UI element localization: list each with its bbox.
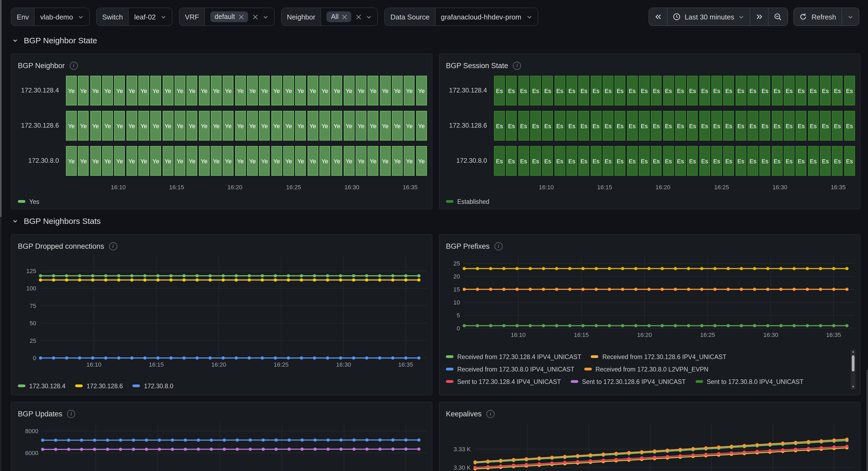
state-cell-label: Es [689,158,696,164]
dashboard-controls: Env vlab-demo Switch leaf-02 VRF default [11,8,859,25]
state-cell: Ye [296,111,306,141]
legend-item[interactable]: Sent to 172.30.8.0 IPV4_UNICAST [695,378,803,385]
state-cell: Ye [211,76,222,106]
scrollbar-track[interactable] [851,354,856,384]
legend-item[interactable]: Yes [18,198,39,205]
variable-env-value[interactable]: vlab-demo [35,8,89,25]
legend-item[interactable]: Established [446,198,489,205]
variable-datasource[interactable]: Data Source grafanacloud-hhdev-prom [384,7,538,26]
legend-item[interactable]: 172.30.8.0 [133,383,174,389]
section-bgp-neighbor-state[interactable]: BGP Neighbor State [12,36,97,45]
state-cell-label: Es [544,87,551,94]
clear-selection-icon[interactable] [253,14,257,19]
info-icon[interactable] [495,242,503,250]
variable-vrf[interactable]: VRF default [179,7,274,26]
variable-neighbor-value[interactable]: All [321,8,377,25]
chart-canvas: 6000800016:1016:1516:2016:2516:3016:35 [16,421,428,471]
state-cell: Es [554,146,565,176]
time-shift-back-button[interactable] [649,8,667,25]
state-cell-label: Ye [68,122,75,129]
info-icon[interactable] [513,61,521,69]
scrollbar-thumb[interactable] [852,355,855,372]
state-cell-label: Ye [201,87,208,94]
info-icon[interactable] [487,410,495,418]
panel-title[interactable]: BGP Neighbor [18,61,65,69]
info-icon[interactable] [67,410,75,418]
variable-switch-value[interactable]: leaf-02 [129,8,172,25]
scroll-up-icon[interactable]: ▲ [851,349,855,354]
state-cell-label: Ye [189,158,195,164]
panel-title[interactable]: BGP Prefixes [446,242,490,250]
state-cell: Es [699,146,710,176]
neighbor-tag-all[interactable]: All [327,11,351,22]
page-scrollbar-thumb[interactable] [866,370,868,471]
panel-title[interactable]: Keepalives [446,410,482,418]
clear-selection-icon[interactable] [356,14,361,19]
time-shift-forward-button[interactable] [750,8,769,25]
state-cell-label: Es [785,122,793,129]
legend-scrollbar[interactable]: ▲ ▼ [851,349,856,389]
panel-title[interactable]: BGP Session State [446,61,508,69]
legend-item[interactable]: Received from 172.30.128.6 IPV4_UNICAST [591,353,726,360]
state-cell-label: Es [785,87,793,94]
panel-title[interactable]: BGP Dropped connections [18,242,104,250]
state-cell: Ye [126,146,137,176]
state-cell-label: Es [508,158,515,164]
variable-datasource-value[interactable]: grafanacloud-hhdev-prom [435,8,537,25]
chevron-down-icon [739,14,744,20]
state-cell-label: Es [641,87,648,94]
legend-item[interactable]: Sent to 172.30.128.4 IPV4_UNICAST [446,378,561,385]
legend-row: Established [446,195,854,208]
legend-row: Received from 172.30.8.0 IPV4_UNICASTRec… [446,363,854,375]
legend-item[interactable]: Sent to 172.30.128.6 IPV4_UNICAST [571,378,686,385]
info-icon[interactable] [109,242,117,250]
state-cell: Es [615,76,626,106]
variable-switch-selected: leaf-02 [134,13,156,21]
legend-item[interactable]: Received from 172.30.8.0 L2VPN_EVPN [584,366,708,372]
state-cell-label: Ye [177,87,184,94]
remove-tag-icon[interactable] [342,14,347,19]
y-axis-label: 75 [30,302,36,309]
state-cell-label: Ye [128,158,135,164]
variable-vrf-value[interactable]: default [205,8,274,25]
state-cell: Ye [332,146,342,176]
time-range-picker[interactable]: Last 30 minutes [667,8,750,25]
legend-item[interactable]: 172.30.128.4 [18,383,65,389]
panel-title[interactable]: BGP Updates [18,410,62,418]
variable-env[interactable]: Env vlab-demo [11,7,90,26]
panel-header: BGP Prefixes [444,239,856,253]
left-scrollbar-thumb[interactable] [0,0,2,216]
state-cell: Ye [223,111,234,141]
state-cell: Ye [102,76,113,106]
state-cell: Es [627,76,638,106]
state-cell: Es [651,76,662,106]
refresh-button[interactable]: Refresh [794,8,842,25]
vrf-tag-default[interactable]: default [210,11,248,22]
info-icon[interactable] [70,61,78,69]
legend-item[interactable]: Received from 172.30.128.4 IPV4_UNICAST [446,353,581,360]
state-cell: Ye [247,76,258,106]
section-bgp-neighbors-stats[interactable]: BGP Neighbors Stats [12,216,101,226]
variable-switch[interactable]: Switch leaf-02 [96,7,173,26]
left-scrollbar[interactable] [0,0,2,471]
state-cell-label: Ye [128,87,135,94]
state-cell: Es [711,146,722,176]
variable-neighbor[interactable]: Neighbor All [281,7,378,26]
state-cell: Ye [114,111,125,141]
state-cell: Ye [404,76,415,106]
legend-item[interactable]: Received from 172.30.8.0 IPV4_UNICAST [446,366,574,372]
scroll-down-icon[interactable]: ▼ [851,384,855,389]
time-series-chart: 025507510012516:1016:1516:2016:2516:3016… [16,253,428,378]
state-cell-label: Ye [213,87,220,94]
state-cell-label: Es [520,158,527,164]
state-cell-label: Es [617,158,624,164]
refresh-interval-dropdown[interactable] [842,8,859,25]
state-cell-label: Es [665,122,672,129]
state-cell: Ye [332,76,342,106]
y-axis-label: 3.30 K [454,464,471,471]
state-cell-label: Ye [249,87,256,94]
zoom-out-button[interactable] [769,8,788,25]
timeline-row: 172.30.8.0YeYeYeYeYeYeYeYeYeYeYeYeYeYeYe… [16,146,428,176]
remove-tag-icon[interactable] [239,14,244,19]
legend-item[interactable]: 172.30.128.6 [75,383,123,389]
